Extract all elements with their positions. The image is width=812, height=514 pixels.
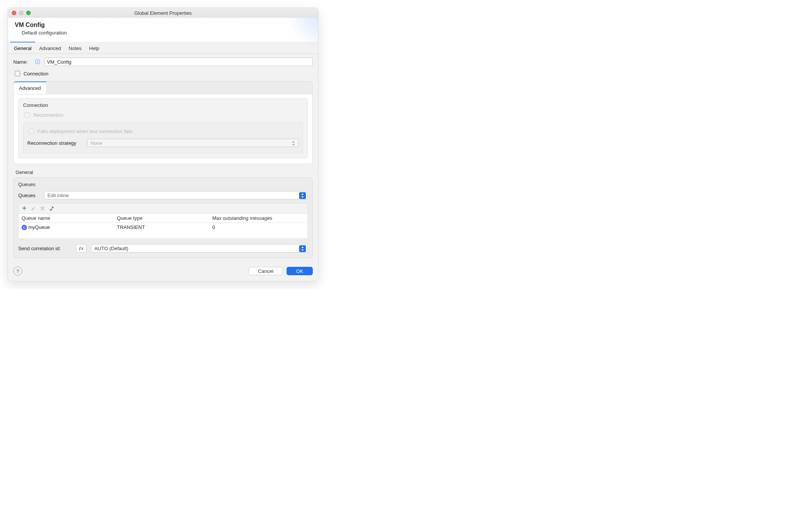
cancel-button[interactable]: Cancel xyxy=(249,267,283,275)
table-row[interactable]: C myQueue TRANSIENT 0 xyxy=(19,223,307,232)
fails-checkbox xyxy=(29,128,34,134)
connection-group: Connection Reconnection Fails deployment… xyxy=(18,98,308,158)
dialog-window: Global Element Properties VM Config Defa… xyxy=(8,8,318,281)
connection-checkbox-row: Connection xyxy=(13,70,313,77)
edit-queue-button xyxy=(30,205,37,212)
name-row: Name: i xyxy=(13,58,313,66)
inner-tabbar: Advanced xyxy=(14,81,312,94)
send-correlation-row: Send correlation id: ƒx AUTO (Default) xyxy=(18,244,308,252)
queue-icon: C xyxy=(22,225,27,230)
reconnection-subgroup: Fails deployment when test connection fa… xyxy=(23,122,303,154)
col-queue-max: Max outstanding messages xyxy=(209,214,307,223)
edit-icon xyxy=(31,206,36,211)
info-icon: i xyxy=(35,60,40,64)
general-panel: Queues Queues Edit inline xyxy=(13,177,313,258)
fx-button[interactable]: ƒx xyxy=(76,244,86,252)
chevron-updown-icon xyxy=(290,140,297,147)
question-icon: ? xyxy=(16,268,19,274)
reconnection-checkbox xyxy=(25,112,30,118)
titlebar: Global Element Properties xyxy=(8,8,318,18)
send-correlation-label: Send correlation id: xyxy=(18,246,71,251)
dialog-footer: ? Cancel OK xyxy=(8,263,318,281)
strategy-label: Reconnection strategy xyxy=(27,140,84,146)
tools-queue-button[interactable] xyxy=(48,205,55,212)
fails-label: Fails deployment when test connection fa… xyxy=(38,128,133,134)
general-heading: General xyxy=(16,169,313,175)
tools-icon xyxy=(49,206,54,211)
page-subtitle: Default configuration xyxy=(22,30,311,36)
queues-label: Queues xyxy=(18,193,41,198)
strategy-value: None xyxy=(91,140,102,146)
queues-mode-row: Queues Edit inline xyxy=(18,191,308,199)
chevron-updown-icon xyxy=(299,192,306,199)
help-button[interactable]: ? xyxy=(13,266,22,276)
inner-tab-advanced[interactable]: Advanced xyxy=(14,81,47,94)
connection-checkbox[interactable] xyxy=(15,71,20,76)
queues-mode-value: Edit inline xyxy=(47,193,69,198)
cell-queue-name: myQueue xyxy=(28,224,50,230)
advanced-body: Connection Reconnection Fails deployment… xyxy=(14,94,312,164)
advanced-panel: Advanced Connection Reconnection Fails d… xyxy=(13,81,313,164)
header-decoration xyxy=(276,18,318,52)
tab-help[interactable]: Help xyxy=(85,42,103,53)
add-queue-button[interactable] xyxy=(21,205,28,212)
table-header: Queue name Queue type Max outstanding me… xyxy=(19,214,307,223)
reconnection-label: Reconnection xyxy=(33,112,64,118)
queues-table: Queue name Queue type Max outstanding me… xyxy=(18,213,308,239)
tab-general[interactable]: General xyxy=(10,42,35,53)
main-tabbar: General Advanced Notes Help xyxy=(8,42,318,54)
cell-queue-max: 0 xyxy=(209,223,307,232)
page-title: VM Config xyxy=(15,22,311,28)
plus-icon xyxy=(22,206,27,211)
queue-toolbar xyxy=(18,203,308,213)
tab-advanced[interactable]: Advanced xyxy=(35,42,65,53)
cell-queue-type: TRANSIENT xyxy=(114,223,209,232)
fails-row: Fails deployment when test connection fa… xyxy=(27,127,299,135)
strategy-row: Reconnection strategy None xyxy=(27,139,299,147)
connection-group-title: Connection xyxy=(23,102,303,108)
tab-notes[interactable]: Notes xyxy=(65,42,85,53)
col-queue-name: Queue name xyxy=(19,214,114,223)
col-queue-type: Queue type xyxy=(114,214,209,223)
strategy-select: None xyxy=(87,139,299,147)
window-title: Global Element Properties xyxy=(8,10,318,16)
dialog-header: VM Config Default configuration xyxy=(8,18,318,42)
content-area: Name: i Connection Advanced Connection R… xyxy=(8,54,318,263)
reconnection-row: Reconnection xyxy=(23,111,303,119)
delete-queue-button xyxy=(39,205,46,212)
send-correlation-select[interactable]: AUTO (Default) xyxy=(91,244,308,252)
name-label: Name: xyxy=(13,59,32,65)
fx-icon: ƒx xyxy=(79,245,83,251)
ok-button[interactable]: OK xyxy=(287,267,313,275)
connection-label: Connection xyxy=(24,71,49,77)
queues-mode-select[interactable]: Edit inline xyxy=(44,191,308,199)
send-correlation-value: AUTO (Default) xyxy=(94,246,128,251)
delete-icon xyxy=(40,206,45,211)
name-input[interactable] xyxy=(44,58,313,66)
chevron-updown-icon xyxy=(299,245,306,252)
queues-title: Queues xyxy=(18,182,308,187)
